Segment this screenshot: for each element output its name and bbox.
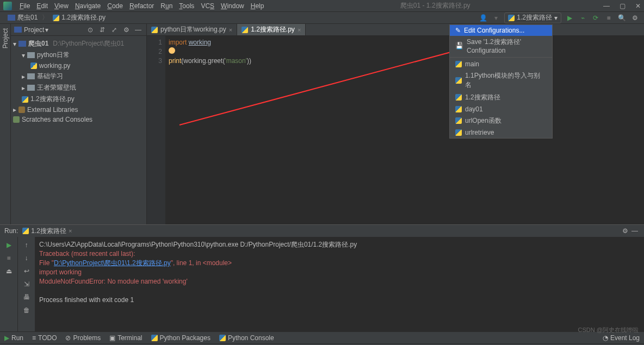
- tree-folder-wallpapers[interactable]: ▸王者荣耀壁纸: [11, 82, 146, 93]
- menu-tools[interactable]: Tools: [176, 2, 197, 10]
- add-user-icon[interactable]: 👤: [478, 13, 488, 23]
- intention-bulb-icon[interactable]: [169, 47, 175, 54]
- chevron-down-icon[interactable]: ▾: [45, 26, 48, 34]
- menu-view[interactable]: View: [51, 2, 72, 10]
- breadcrumb-project[interactable]: 爬虫01: [4, 12, 41, 23]
- python-icon: [455, 61, 462, 67]
- select-opened-file-icon[interactable]: ⊙: [85, 25, 95, 35]
- menu-code[interactable]: Code: [104, 2, 126, 10]
- watermark: CSDN @阿史在线哗啦: [578, 326, 639, 334]
- menu-edit[interactable]: Edit: [33, 2, 51, 10]
- minimize-button[interactable]: —: [603, 2, 610, 10]
- editor-tab-working[interactable]: python日常\working.py ×: [147, 24, 237, 35]
- console-link[interactable]: D:\PythonProject\爬虫01\1.2搜索路径.py: [54, 259, 171, 267]
- exit-icon[interactable]: ⏏: [4, 266, 14, 276]
- todo-icon: ≡: [32, 334, 36, 342]
- close-tab-icon[interactable]: ×: [298, 27, 301, 33]
- menu-window[interactable]: Window: [218, 2, 247, 10]
- folder-icon: [27, 85, 35, 91]
- search-everywhere-icon[interactable]: 🔍: [617, 13, 627, 23]
- stop-button[interactable]: ■: [604, 13, 614, 23]
- code-content[interactable]: import working print(working.greet('maso…: [165, 36, 644, 224]
- string: 'mason': [225, 57, 247, 65]
- console-output[interactable]: C:\Users\AZ\AppData\Local\Programs\Pytho…: [35, 237, 644, 331]
- tree-path: D:\PythonProject\爬虫01: [53, 39, 124, 48]
- run-config-tab[interactable]: 1.2搜索路径 ×: [22, 227, 72, 236]
- tree-label: External Libraries: [27, 106, 78, 114]
- soft-wrap-icon[interactable]: ↩: [22, 266, 32, 276]
- close-button[interactable]: ✕: [635, 2, 641, 10]
- dd-item-urlopen[interactable]: urlOpen函数: [450, 115, 552, 127]
- hide-sidebar-icon[interactable]: —: [133, 25, 143, 35]
- tree-scratches[interactable]: Scratches and Consoles: [11, 115, 146, 124]
- dd-separator: [450, 57, 552, 58]
- tree-file-working[interactable]: working.py: [11, 61, 146, 71]
- scroll-end-icon[interactable]: ⇲: [22, 279, 32, 289]
- print-icon[interactable]: 🖶: [22, 292, 32, 302]
- save-icon: 💾: [455, 42, 463, 49]
- bottom-tab-todo[interactable]: ≡TODO: [32, 334, 57, 342]
- tree-root[interactable]: ▾ 爬虫01 D:\PythonProject\爬虫01: [11, 38, 146, 49]
- run-body: ▶ ■ ⏏ ↑ ↓ ↩ ⇲ 🖶 🗑 C:\Users\AZ\AppData\Lo…: [0, 237, 644, 331]
- menu-navigate[interactable]: Navigate: [72, 2, 104, 10]
- close-tab-icon[interactable]: ×: [229, 27, 232, 33]
- run-settings-icon[interactable]: ⚙: [620, 226, 630, 236]
- down-stack-icon[interactable]: ↓: [22, 253, 32, 263]
- up-stack-icon[interactable]: ↑: [22, 240, 32, 250]
- tree-folder-python-daily[interactable]: ▾python日常: [11, 49, 146, 61]
- bottom-tab-console[interactable]: Python Console: [219, 334, 274, 342]
- bottom-tab-run[interactable]: ▶Run: [4, 334, 23, 342]
- collapse-all-icon[interactable]: ⤢: [109, 25, 119, 35]
- bottom-tab-event-log[interactable]: ◔Event Log: [603, 334, 640, 342]
- bottom-tab-problems[interactable]: ⊘Problems: [65, 334, 101, 342]
- identifier: working: [189, 39, 211, 46]
- dd-save-config[interactable]: 💾 Save '1.2搜索路径' Configuration: [450, 36, 552, 56]
- bottom-tab-terminal[interactable]: ▣Terminal: [109, 334, 142, 342]
- python-icon: [151, 27, 158, 33]
- stop-button[interactable]: ■: [4, 253, 14, 263]
- dd-item-main[interactable]: main: [450, 59, 552, 70]
- menu-file[interactable]: File: [16, 2, 33, 10]
- maximize-button[interactable]: ▢: [620, 2, 626, 10]
- hide-run-icon[interactable]: —: [630, 226, 640, 236]
- run-toolbar-left: ▶ ■ ⏏: [0, 237, 17, 331]
- python-icon: [455, 117, 462, 124]
- dd-label: 1.2搜索路径: [465, 93, 500, 102]
- tree-folder-basics[interactable]: ▸基础学习: [11, 71, 146, 82]
- close-tab-icon[interactable]: ×: [69, 228, 72, 234]
- library-icon: [18, 106, 25, 113]
- dd-item-import[interactable]: 1.1Python模块的导入与别名: [450, 70, 552, 91]
- settings-icon[interactable]: ⚙: [630, 13, 640, 23]
- tree-file-search-path[interactable]: 1.2搜索路径.py: [11, 93, 146, 105]
- tab-label: Terminal: [117, 334, 142, 342]
- expand-all-icon[interactable]: ⇵: [97, 25, 107, 35]
- editor-area: python日常\working.py × 1.2搜索路径.py × 1 2 3…: [147, 24, 644, 224]
- menu-vcs[interactable]: VCS: [197, 2, 218, 10]
- debug-button[interactable]: ⌁: [578, 13, 587, 23]
- editor-tab-search-path[interactable]: 1.2搜索路径.py ×: [237, 24, 306, 35]
- app-icon: [3, 2, 12, 10]
- edit-icon: ✎: [455, 27, 461, 34]
- menu-help[interactable]: Help: [247, 2, 268, 10]
- menu-run[interactable]: Run: [157, 2, 176, 10]
- coverage-button[interactable]: ⟳: [591, 13, 600, 23]
- dd-item-day01[interactable]: day01: [450, 104, 552, 115]
- sidebar-settings-icon[interactable]: ⚙: [121, 25, 131, 35]
- tree-label: 基础学习: [37, 72, 63, 81]
- breadcrumb-file[interactable]: 1.2搜索路径.py: [49, 12, 109, 23]
- dd-edit-configurations[interactable]: ✎ Edit Configurations...: [450, 25, 552, 36]
- code-editor[interactable]: 1 2 3 import working print(working.greet…: [147, 36, 644, 224]
- bottom-tab-packages[interactable]: Python Packages: [151, 334, 210, 342]
- menu-refactor[interactable]: Refactor: [126, 2, 157, 10]
- tree-external-libraries[interactable]: ▸External Libraries: [11, 105, 146, 115]
- dd-item-search[interactable]: 1.2搜索路径: [450, 91, 552, 104]
- rerun-button[interactable]: ▶: [4, 240, 14, 250]
- project-tool-tab[interactable]: Project: [2, 28, 9, 48]
- run-button[interactable]: ▶: [565, 13, 574, 23]
- clear-icon[interactable]: 🗑: [22, 305, 32, 315]
- dd-item-urlretrieve[interactable]: urlretrieve: [450, 127, 552, 138]
- dd-label: Edit Configurations...: [464, 27, 524, 34]
- run-config-selector[interactable]: 1.2搜索路径 ▾: [504, 12, 561, 23]
- chevron-down-icon: ▾: [22, 52, 25, 59]
- navigation-bar: 爬虫01 〉 1.2搜索路径.py 👤 ▾ 1.2搜索路径 ▾ ▶ ⌁ ⟳ ■ …: [0, 12, 644, 24]
